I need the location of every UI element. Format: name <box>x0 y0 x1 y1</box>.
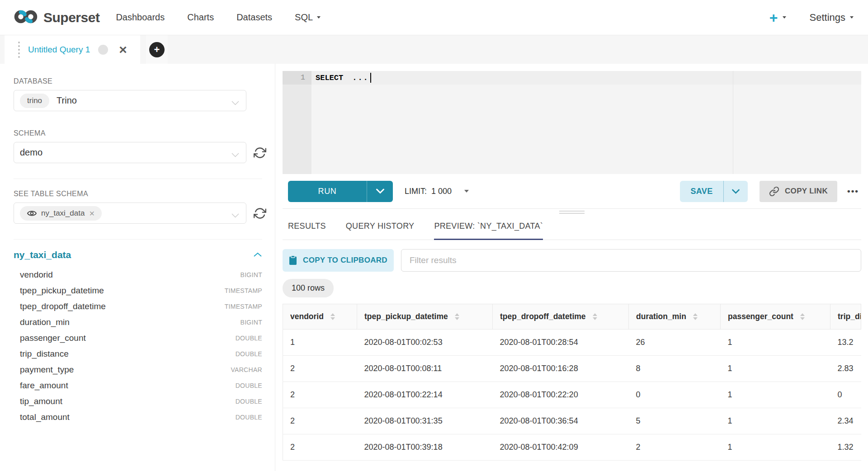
column-type: BIGINT <box>241 271 262 278</box>
results-table-container[interactable]: vendorid tpep_pickup_datetime tpep_dropo… <box>283 304 861 461</box>
database-select[interactable]: trino Trino <box>14 90 246 111</box>
table-row: 2 2020-08-01T00:31:35 2020-08-01T00:36:5… <box>283 408 861 434</box>
table-schema-title[interactable]: ny_taxi_data <box>14 250 71 260</box>
cell: 8 <box>629 356 721 382</box>
refresh-tables-button[interactable] <box>254 207 266 220</box>
copy-to-clipboard-button[interactable]: COPY TO CLIPBOARD <box>283 249 394 272</box>
cell: 0 <box>629 382 721 408</box>
cell: 2 <box>283 356 357 382</box>
run-button[interactable]: RUN <box>288 181 367 202</box>
column-name: tpep_dropoff_datetime <box>20 301 106 311</box>
cell: 1 <box>721 434 830 461</box>
cell: 1.32 <box>830 434 861 461</box>
link-icon <box>769 186 779 197</box>
nav-dashboards[interactable]: Dashboards <box>116 12 165 23</box>
column-header-dropoff[interactable]: tpep_dropoff_datetime <box>493 304 629 330</box>
unsaved-indicator <box>98 45 108 55</box>
divider <box>14 239 262 240</box>
column-header-trip-distance[interactable]: trip_distance <box>830 304 861 330</box>
collapse-icon[interactable] <box>253 251 262 259</box>
cell: 1 <box>721 330 830 356</box>
schema-select[interactable]: demo <box>14 142 246 163</box>
nav-sql-menu[interactable]: SQL <box>295 12 321 23</box>
tab-query-history[interactable]: QUERY HISTORY <box>346 221 415 240</box>
new-item-menu[interactable]: + <box>769 11 786 24</box>
limit-dropdown[interactable]: LIMIT: 1 000 <box>405 187 469 196</box>
close-icon[interactable]: × <box>119 45 127 54</box>
caret-down-icon <box>783 16 786 19</box>
copy-link-button[interactable]: COPY LINK <box>760 181 837 202</box>
copy-link-label: COPY LINK <box>785 187 828 196</box>
table-row: 2 2020-08-01T00:22:14 2020-08-01T00:22:2… <box>283 382 861 408</box>
sort-icon[interactable] <box>800 313 805 320</box>
filter-results-input[interactable] <box>401 249 861 272</box>
column-name: tpep_pickup_datetime <box>20 286 104 296</box>
column-name: vendorid <box>20 270 53 280</box>
cell: 13.2 <box>830 330 861 356</box>
chevron-down-icon <box>231 212 239 220</box>
chevron-down-icon <box>731 189 740 194</box>
sort-icon[interactable] <box>693 313 698 320</box>
code-line: SELECT ... <box>311 71 861 85</box>
tab-untitled-query[interactable]: Untitled Query 1 × <box>5 35 140 64</box>
remove-table-icon[interactable]: × <box>89 210 94 217</box>
drag-handle-icon[interactable] <box>18 42 20 58</box>
cell: 2020-08-01T00:42:09 <box>493 434 629 461</box>
sql-keyword: SELECT <box>316 74 343 82</box>
caret-down-icon <box>464 190 469 193</box>
cell: 26 <box>629 330 721 356</box>
chevron-down-icon <box>231 99 239 107</box>
sort-icon[interactable] <box>330 313 335 320</box>
cell: 2 <box>629 434 721 461</box>
pane-resize-handle[interactable] <box>283 209 861 215</box>
superset-logo[interactable]: Superset <box>14 9 99 26</box>
nav-charts[interactable]: Charts <box>187 12 214 23</box>
sort-icon[interactable] <box>593 313 597 320</box>
column-header-passengers[interactable]: passenger_count <box>721 304 830 330</box>
sql-code-editor[interactable]: 1 SELECT ... <box>283 71 861 174</box>
query-tabbar: Untitled Query 1 × + <box>0 35 868 64</box>
schema-label: SCHEMA <box>14 129 267 137</box>
cell: 2020-08-01T00:02:53 <box>357 330 493 356</box>
sort-icon[interactable] <box>455 313 459 320</box>
tab-preview-table[interactable]: PREVIEW: `NY_TAXI_DATA` <box>434 221 543 240</box>
add-tab-button[interactable]: + <box>149 42 165 57</box>
database-name: Trino <box>57 95 77 106</box>
more-options-button[interactable]: ••• <box>845 184 861 199</box>
add-tab-tile: + <box>146 35 168 64</box>
cell: 2.83 <box>830 356 861 382</box>
column-header-pickup[interactable]: tpep_pickup_datetime <box>357 304 493 330</box>
column-row: vendorid BIGINT <box>14 267 262 283</box>
results-actions: COPY TO CLIPBOARD <box>283 249 861 272</box>
column-row: fare_amount DOUBLE <box>14 377 262 393</box>
column-type: BIGINT <box>241 319 262 326</box>
cell: 1 <box>721 382 830 408</box>
column-row: duration_min BIGINT <box>14 314 262 330</box>
editor-code-area[interactable]: SELECT ... <box>311 71 861 174</box>
line-number: 1 <box>283 71 311 85</box>
refresh-schemas-button[interactable] <box>254 146 266 159</box>
column-header-duration[interactable]: duration_min <box>629 304 721 330</box>
infinity-logo-icon <box>14 9 38 26</box>
save-button[interactable]: SAVE <box>680 181 723 202</box>
column-name: fare_amount <box>20 381 68 391</box>
save-options-button[interactable] <box>723 181 748 202</box>
table-select[interactable]: ny_taxi_data × <box>14 203 246 224</box>
column-header-vendorid[interactable]: vendorid <box>283 304 357 330</box>
cell: 2 <box>283 382 357 408</box>
cell: 2 <box>283 434 357 461</box>
settings-label: Settings <box>810 12 846 24</box>
run-options-button[interactable] <box>367 181 393 202</box>
settings-menu[interactable]: Settings <box>810 12 854 24</box>
plus-icon: + <box>769 11 778 24</box>
database-backend-label: trino <box>27 96 42 105</box>
column-row: tip_amount DOUBLE <box>14 393 262 409</box>
divider <box>14 179 262 179</box>
nav-datasets[interactable]: Datasets <box>236 12 272 23</box>
copy-to-clipboard-label: COPY TO CLIPBOARD <box>303 256 387 265</box>
column-name: passenger_count <box>20 333 86 343</box>
column-row: tpep_pickup_datetime TIMESTAMP <box>14 283 262 298</box>
cell: 0 <box>830 382 861 408</box>
tab-results[interactable]: RESULTS <box>288 221 326 240</box>
table-row: 1 2020-08-01T00:02:53 2020-08-01T00:28:5… <box>283 330 861 356</box>
